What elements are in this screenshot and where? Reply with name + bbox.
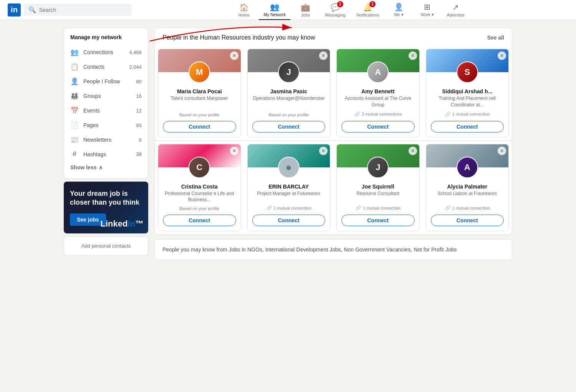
- card-name: Alycia Palmater: [431, 184, 504, 190]
- bottom-section: People you may know from Jobs in NGOs, I…: [154, 239, 512, 260]
- nav-advertise[interactable]: ↗ Advertise: [442, 0, 469, 20]
- card-mutual: 🔗 2 mutual connections: [341, 111, 415, 117]
- connect-button-alycia-palmater[interactable]: Connect: [431, 215, 504, 226]
- card-mutual: Based on your profile: [163, 206, 236, 211]
- nav-work[interactable]: ⊞ Work ▾: [414, 0, 441, 20]
- sidebar-item-hashtags[interactable]: # Hashtags 38: [64, 147, 148, 161]
- add-personal-contacts[interactable]: Add personal contacts: [64, 237, 148, 255]
- card-name: Joe Squirrell: [341, 184, 415, 190]
- sidebar-item-newsletters[interactable]: 📰 Newsletters 6: [64, 132, 148, 147]
- search-icon: 🔍: [28, 6, 36, 13]
- mutual-text: 2 mutual connections: [362, 112, 402, 116]
- mutual-connections-icon: 🔗: [355, 205, 361, 211]
- person-card-alycia-palmater: ✕ A Alycia Palmater School Liaison at Fu…: [426, 144, 509, 232]
- nav-me[interactable]: 👤 Me ▾: [386, 0, 412, 20]
- see-all-link[interactable]: See all: [487, 35, 504, 41]
- dismiss-joe-squirrell[interactable]: ✕: [409, 147, 417, 155]
- dismiss-cristina-costa[interactable]: ✕: [230, 147, 238, 155]
- mutual-text: 1 mutual connection: [274, 206, 311, 210]
- sidebar-item-groups[interactable]: 👨‍👩‍👧 Groups 16: [64, 89, 148, 103]
- card-name: Amy Bennett: [341, 88, 415, 94]
- show-less-button[interactable]: Show less ∧: [64, 161, 148, 174]
- mutual-text: 1 mutual connection: [452, 112, 490, 116]
- nav-my-network[interactable]: 👥 My Network: [259, 0, 290, 20]
- card-mutual: 🔗 1 mutual connection: [431, 111, 504, 117]
- person-card-siddiqui-arshad: ✕ S Siddiqui Arshad h... Training And Pl…: [426, 49, 509, 137]
- connect-button-maria-clara-pocai[interactable]: Connect: [163, 121, 236, 132]
- dismiss-siddiqui-arshad[interactable]: ✕: [498, 51, 506, 60]
- card-body-joe-squirrell: Joe Squirrell Resource Consultant 🔗 1 mu…: [337, 178, 419, 231]
- linkedin-logo[interactable]: in: [8, 3, 21, 17]
- section-header: People in the Human Resources industry y…: [154, 28, 512, 46]
- nav-home-label: Home: [238, 13, 250, 17]
- my-network-icon: 👥: [270, 2, 280, 12]
- connect-button-erin-barclay[interactable]: Connect: [252, 215, 326, 226]
- dismiss-erin-barclay[interactable]: ✕: [319, 147, 328, 155]
- events-label: Events: [83, 108, 132, 114]
- connect-button-jasmina-pasic[interactable]: Connect: [252, 121, 326, 132]
- avatar-wrapper: A: [426, 157, 509, 178]
- newsletters-label: Newsletters: [83, 137, 134, 143]
- card-mutual: 🔗 1 mutual connection: [252, 205, 326, 211]
- sidebar-item-events[interactable]: 📅 Events 12: [64, 103, 148, 118]
- avatar-wrapper: S: [426, 61, 509, 83]
- card-title: Accounts Assistant at The Curve Group: [341, 95, 415, 108]
- contacts-label: Contacts: [83, 64, 124, 70]
- person-card-jasmina-pasic: ✕ J Jasmina Pasic Operations Manager@Noo…: [247, 49, 331, 137]
- card-title: Talent consultant Manpower: [163, 95, 236, 109]
- avatar-cristina-costa: C: [189, 157, 210, 178]
- people-follow-count: 80: [136, 79, 142, 84]
- card-mutual: 🔗 1 mutual connection: [341, 205, 415, 211]
- sidebar-item-pages[interactable]: 📄 Pages 83: [64, 118, 148, 132]
- card-name: ERIN BARCLAY: [252, 184, 326, 190]
- events-count: 12: [136, 108, 142, 114]
- mutual-connections-icon: 🔗: [445, 111, 451, 117]
- contacts-count: 2,044: [129, 64, 142, 70]
- search-bar[interactable]: 🔍: [24, 4, 131, 16]
- avatar-joe-squirrell: J: [367, 157, 389, 178]
- card-body-amy-bennett: Amy Bennett Accounts Assistant at The Cu…: [337, 83, 419, 137]
- connect-button-cristina-costa[interactable]: Connect: [163, 215, 236, 226]
- nav-my-network-label: My Network: [263, 12, 286, 17]
- contacts-icon: 📋: [70, 63, 79, 71]
- main-layout: Manage my network 👥 Connections 4,466 📋 …: [58, 20, 518, 268]
- hashtags-count: 38: [136, 151, 142, 157]
- person-card-amy-bennett: ✕ A Amy Bennett Accounts Assistant at Th…: [336, 49, 420, 137]
- avatar-wrapper: A: [337, 61, 419, 83]
- card-title: Project Manager at Futureworx: [252, 190, 326, 202]
- mutual-text: Based on your profile: [269, 112, 309, 117]
- nav-notifications[interactable]: 🔔1 Notifications: [352, 0, 384, 20]
- sidebar-item-people-follow[interactable]: 👤 People I Follow 80: [64, 74, 148, 89]
- dismiss-maria-clara-pocai[interactable]: ✕: [230, 51, 238, 60]
- dismiss-amy-bennett[interactable]: ✕: [409, 51, 417, 60]
- nav-me-label: Me ▾: [394, 12, 403, 17]
- sidebar-item-contacts[interactable]: 📋 Contacts 2,044: [64, 60, 148, 74]
- pages-icon: 📄: [70, 121, 79, 129]
- dismiss-alycia-palmater[interactable]: ✕: [498, 147, 506, 155]
- search-input[interactable]: [39, 7, 127, 13]
- pages-label: Pages: [83, 122, 132, 128]
- connect-button-amy-bennett[interactable]: Connect: [341, 121, 415, 132]
- connect-button-siddiqui-arshad[interactable]: Connect: [431, 121, 504, 132]
- nav-messaging-label: Messaging: [325, 13, 345, 17]
- bottom-text: People you may know from Jobs in NGOs, I…: [162, 246, 457, 253]
- nav-messaging[interactable]: 💬1 Messaging: [320, 0, 350, 20]
- cards-grid-row1: ✕ M Maria Clara Pocai Talent consultant …: [154, 46, 512, 141]
- dismiss-jasmina-pasic[interactable]: ✕: [319, 51, 328, 60]
- avatar-wrapper: ●: [248, 157, 330, 178]
- mutual-connections-icon: 🔗: [445, 205, 451, 211]
- hashtags-icon: #: [70, 150, 79, 158]
- advertise-icon: ↗: [452, 3, 459, 12]
- mutual-text: 1 mutual connection: [363, 206, 401, 210]
- notifications-badge: 1: [369, 1, 376, 7]
- avatar-erin-barclay: ●: [278, 157, 300, 178]
- avatar-siddiqui-arshad: S: [457, 61, 478, 83]
- newsletters-count: 6: [139, 137, 142, 143]
- me-icon: 👤: [394, 2, 404, 12]
- sidebar-item-connections[interactable]: 👥 Connections 4,466: [64, 45, 148, 60]
- avatar-alycia-palmater: A: [457, 157, 478, 178]
- avatar-maria-clara-pocai: M: [189, 61, 210, 83]
- nav-home[interactable]: 🏠 Home: [230, 0, 257, 20]
- connect-button-joe-squirrell[interactable]: Connect: [341, 215, 415, 226]
- nav-jobs[interactable]: 💼 Jobs: [292, 0, 319, 20]
